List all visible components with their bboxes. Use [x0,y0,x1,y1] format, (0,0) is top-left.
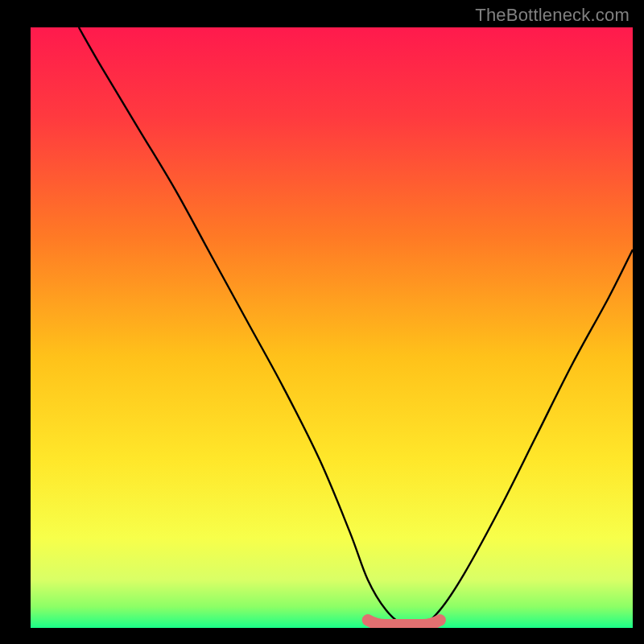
valley-marker [368,620,440,625]
frame-border [633,0,644,644]
frame-border [0,0,31,644]
plot-background [31,27,633,628]
frame-border [0,628,644,644]
watermark-text: TheBottleneck.com [475,5,630,26]
chart-frame: TheBottleneck.com [0,0,644,644]
bottleneck-chart [0,0,644,644]
